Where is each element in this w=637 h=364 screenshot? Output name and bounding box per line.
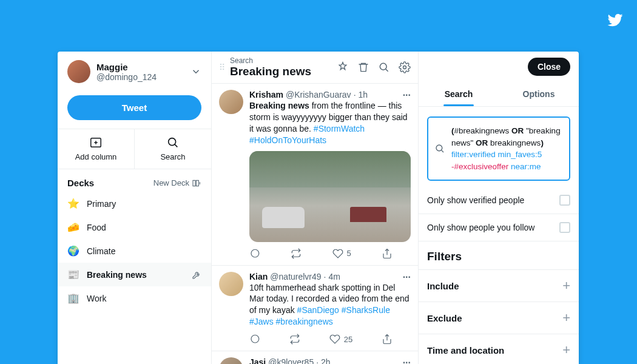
avatar[interactable] bbox=[219, 90, 243, 114]
more-icon[interactable]: ··· bbox=[403, 357, 411, 364]
plus-icon: + bbox=[562, 310, 570, 326]
following-only-toggle[interactable]: Only show people you follow bbox=[419, 214, 579, 241]
add-column-button[interactable]: Add column bbox=[58, 129, 134, 169]
search-button[interactable]: Search bbox=[134, 129, 211, 169]
profile-handle: @domingo_124 bbox=[96, 72, 157, 82]
tab-options[interactable]: Options bbox=[499, 82, 579, 106]
filters-heading: Filters bbox=[419, 241, 579, 269]
search-icon[interactable] bbox=[378, 61, 390, 73]
tweet[interactable]: Krisham @KrishanGuarav · 1h Breaking new… bbox=[212, 84, 418, 266]
top-tweets-icon[interactable] bbox=[337, 61, 349, 73]
search-column: ⠿ Search Breaking news Krisham @KrishanG… bbox=[212, 52, 419, 364]
tweet[interactable]: Kian @naturelvr49 · 4m 10ft hammerhead s… bbox=[212, 266, 418, 352]
tweet-author-name[interactable]: Jasi bbox=[249, 357, 266, 364]
svg-point-11 bbox=[436, 145, 442, 151]
share-button[interactable] bbox=[382, 248, 393, 259]
reply-button[interactable] bbox=[249, 248, 260, 259]
like-button[interactable]: 5 bbox=[332, 248, 351, 259]
avatar bbox=[67, 60, 90, 83]
filter-time-location[interactable]: Time and location+ bbox=[419, 334, 579, 364]
globe-icon: 🌍 bbox=[67, 245, 79, 257]
tweet-text: Breaking news from the frontline — this … bbox=[249, 100, 411, 146]
svg-line-4 bbox=[175, 144, 177, 147]
tweet-author-handle[interactable]: @KrishanGuarav bbox=[286, 90, 351, 99]
share-button[interactable] bbox=[382, 334, 393, 345]
tweet-button[interactable]: Tweet bbox=[67, 95, 201, 120]
more-icon[interactable]: ··· bbox=[403, 272, 411, 283]
twitter-bird-icon bbox=[605, 12, 625, 28]
sidebar: Maggie @domingo_124 Tweet Add column Sea… bbox=[58, 52, 212, 364]
svg-line-12 bbox=[442, 150, 443, 152]
tweet-author-handle[interactable]: @naturelvr49 bbox=[270, 272, 321, 281]
column-subtitle: Search bbox=[230, 56, 337, 65]
decks-heading: Decks bbox=[67, 178, 94, 188]
verified-only-toggle[interactable]: Only show verified people bbox=[419, 187, 579, 214]
reply-button[interactable] bbox=[249, 334, 260, 345]
like-button[interactable]: 25 bbox=[329, 334, 352, 345]
close-button[interactable]: Close bbox=[528, 58, 570, 76]
tweetdeck-app: Maggie @domingo_124 Tweet Add column Sea… bbox=[58, 52, 579, 364]
building-icon: 🏢 bbox=[67, 292, 79, 304]
tweet-timestamp: 2h bbox=[321, 357, 331, 364]
deck-item-work[interactable]: 🏢 Work bbox=[58, 286, 211, 310]
search-options-panel: Close Search Options (#breakingnews OR "… bbox=[419, 52, 579, 364]
svg-point-10 bbox=[403, 66, 406, 69]
svg-rect-5 bbox=[193, 180, 195, 186]
profile-name: Maggie bbox=[96, 62, 157, 72]
svg-rect-6 bbox=[196, 180, 198, 186]
tweet-author-name[interactable]: Krisham bbox=[249, 90, 283, 99]
tweet-media-image[interactable] bbox=[249, 151, 411, 242]
deck-item-primary[interactable]: ⭐ Primary bbox=[58, 192, 211, 215]
checkbox-icon bbox=[559, 222, 570, 233]
star-icon: ⭐ bbox=[67, 198, 79, 209]
settings-icon[interactable] bbox=[399, 61, 411, 73]
tweet-text: 10ft hammerhead shark spotting in Del Ma… bbox=[249, 282, 411, 328]
deck-item-climate[interactable]: 🌍 Climate bbox=[58, 239, 211, 263]
more-icon[interactable]: ··· bbox=[403, 90, 411, 101]
retweet-button[interactable] bbox=[291, 248, 302, 259]
avatar[interactable] bbox=[219, 272, 243, 296]
plus-icon: + bbox=[562, 278, 570, 294]
chevron-down-icon bbox=[190, 66, 201, 77]
column-title: Breaking news bbox=[230, 65, 337, 78]
tweet[interactable]: Jasi @k9lover85 · 2h ··· bbox=[212, 351, 418, 364]
filter-exclude[interactable]: Exclude+ bbox=[419, 302, 579, 334]
svg-point-3 bbox=[169, 138, 176, 146]
food-icon: 🧀 bbox=[67, 221, 79, 233]
new-deck-button[interactable]: New Deck bbox=[153, 178, 201, 188]
newspaper-icon: 📰 bbox=[67, 269, 79, 280]
retweet-button[interactable] bbox=[289, 334, 300, 345]
tweet-author-handle[interactable]: @k9lover85 bbox=[268, 357, 314, 364]
deck-item-food[interactable]: 🧀 Food bbox=[58, 215, 211, 239]
tweet-timestamp: 1h bbox=[359, 90, 368, 99]
tab-search[interactable]: Search bbox=[419, 82, 499, 106]
deck-item-breaking-news[interactable]: 📰 Breaking news bbox=[58, 263, 211, 286]
svg-line-9 bbox=[386, 69, 388, 72]
wrench-icon bbox=[192, 270, 201, 280]
drag-handle-icon[interactable]: ⠿ bbox=[219, 63, 225, 72]
add-column-icon bbox=[89, 135, 103, 150]
filter-include[interactable]: Include+ bbox=[419, 269, 579, 302]
tweet-timestamp: 4m bbox=[329, 272, 340, 281]
tweet-author-name[interactable]: Kian bbox=[249, 272, 268, 281]
search-icon bbox=[166, 135, 180, 150]
search-icon bbox=[434, 143, 445, 154]
search-query-input[interactable]: (#breakingnews OR "breaking news" OR bre… bbox=[427, 116, 570, 181]
checkbox-icon bbox=[559, 195, 570, 206]
avatar[interactable] bbox=[219, 357, 243, 364]
account-switcher[interactable]: Maggie @domingo_124 bbox=[58, 52, 211, 89]
svg-point-8 bbox=[380, 63, 386, 70]
plus-icon: + bbox=[562, 342, 570, 358]
delete-icon[interactable] bbox=[357, 61, 369, 73]
